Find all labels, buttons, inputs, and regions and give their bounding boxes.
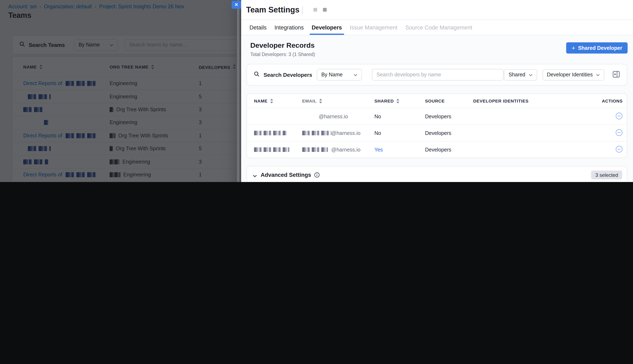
remove-developer-button[interactable] xyxy=(616,146,622,154)
developer-row: @harness.ioNoDevelopers xyxy=(247,108,627,124)
tab-source-code-management: Source Code Management xyxy=(405,20,472,35)
drawer-header: Team Settings xyxy=(241,0,633,20)
shared-cell: Yes xyxy=(374,147,425,152)
column-header-label: NAME xyxy=(254,98,268,103)
developer-name-cell xyxy=(254,131,302,135)
developer-name-cell xyxy=(254,147,302,152)
developer-email: @harness.io xyxy=(331,130,360,136)
shared-cell: No xyxy=(374,130,425,136)
developers-table-body: @harness.ioNoDevelopers@harness.ioNoDeve… xyxy=(247,108,627,158)
remove-developer-button[interactable] xyxy=(616,129,622,137)
team-settings-drawer: Team Settings DetailsIntegrationsDevelop… xyxy=(241,0,633,182)
column-header[interactable]: EMAIL xyxy=(302,98,374,103)
column-header-label: ACTIONS xyxy=(602,98,622,103)
source-cell: Developers xyxy=(425,130,473,136)
tab-integrations[interactable]: Integrations xyxy=(274,20,304,35)
chevron-down-icon xyxy=(596,72,600,78)
title-divider xyxy=(302,6,303,14)
developer-email-cell: @harness.io xyxy=(302,130,374,136)
drawer-title: Team Settings xyxy=(246,5,300,14)
column-header-label: DEVELOPER IDENTITIES xyxy=(473,98,528,103)
redacted-team-name-block xyxy=(323,8,327,12)
drawer-close-button[interactable]: ✕ xyxy=(232,1,241,9)
developer-identities-dropdown[interactable]: Developer Identities xyxy=(542,69,604,80)
developers-search-input[interactable] xyxy=(372,69,504,80)
redacted-team-name-block xyxy=(314,8,317,12)
developer-filters-bar: Search Developers By Name Shared Develop… xyxy=(246,64,627,86)
advanced-settings-title: Advanced Settings xyxy=(261,172,311,178)
remove-developer-button[interactable] xyxy=(616,112,622,120)
advanced-settings-card: Advanced Settings 3 selected Choose whic… xyxy=(246,166,627,182)
redacted-email-block xyxy=(302,147,328,152)
chevron-down-icon[interactable] xyxy=(253,171,257,179)
shared-filter-dropdown[interactable]: Shared xyxy=(504,69,537,80)
developer-email-cell: @harness.io xyxy=(302,114,374,119)
chevron-down-icon xyxy=(528,72,532,78)
developers-search-by-select[interactable]: By Name xyxy=(317,69,362,80)
developers-table-header: NAMEEMAILSHAREDSOURCEDEVELOPER IDENTITIE… xyxy=(247,94,627,108)
minus-circle-icon xyxy=(616,146,622,154)
drawer-tabs: DetailsIntegrationsDevelopersIssue Manag… xyxy=(241,20,633,35)
close-icon: ✕ xyxy=(234,2,238,7)
developer-email-cell: @harness.io xyxy=(302,147,374,152)
actions-cell xyxy=(598,112,622,120)
drawer-body: Developer Records Total Developers: 3 (1… xyxy=(241,36,633,182)
column-header: DEVELOPER IDENTITIES xyxy=(473,98,598,103)
developer-email: @harness.io xyxy=(319,114,348,119)
add-column-button[interactable] xyxy=(613,70,620,79)
minus-circle-icon xyxy=(616,129,622,137)
developers-search-label: Search Developers xyxy=(264,72,312,78)
actions-cell xyxy=(598,146,622,154)
column-header: ACTIONS xyxy=(598,98,622,103)
source-cell: Developers xyxy=(425,147,473,152)
sort-icon[interactable] xyxy=(396,98,399,103)
chevron-down-icon xyxy=(354,72,358,78)
developer-row: @harness.ioYesDevelopers xyxy=(247,141,627,158)
column-header[interactable]: SHARED xyxy=(374,98,425,103)
column-header-label: EMAIL xyxy=(302,98,316,103)
column-header: SOURCE xyxy=(425,98,473,103)
search-icon xyxy=(254,71,260,78)
page-scrollbar[interactable] xyxy=(237,0,240,182)
shared-cell: No xyxy=(374,114,425,119)
sort-icon[interactable] xyxy=(319,98,322,103)
redacted-name-block xyxy=(254,147,289,152)
developers-table: NAMEEMAILSHAREDSOURCEDEVELOPER IDENTITIE… xyxy=(246,94,627,158)
sort-icon[interactable] xyxy=(270,98,273,103)
developer-row: @harness.ioNoDevelopers xyxy=(247,124,627,141)
column-header-label: SHARED xyxy=(374,98,394,103)
column-header-label: SOURCE xyxy=(425,98,445,103)
add-column-icon xyxy=(613,70,620,79)
selected-count-badge: 3 selected xyxy=(591,170,622,179)
app-root: Account: sei›Organization: default›Proje… xyxy=(0,0,633,182)
plus-icon: + xyxy=(572,45,575,51)
column-header[interactable]: NAME xyxy=(254,98,302,103)
tab-issue-management: Issue Management xyxy=(350,20,398,35)
developer-records-header: Developer Records Total Developers: 3 (1… xyxy=(250,42,627,60)
developer-email: @harness.io xyxy=(331,147,360,152)
minus-circle-icon xyxy=(616,112,622,120)
tab-details[interactable]: Details xyxy=(250,20,267,35)
redacted-email-block xyxy=(302,131,331,135)
info-icon[interactable] xyxy=(314,172,320,178)
source-cell: Developers xyxy=(425,114,473,119)
actions-cell xyxy=(598,129,622,137)
shared-developer-button[interactable]: + Shared Developer xyxy=(566,42,628,54)
tab-developers[interactable]: Developers xyxy=(312,20,342,35)
redacted-name-block xyxy=(254,131,286,135)
